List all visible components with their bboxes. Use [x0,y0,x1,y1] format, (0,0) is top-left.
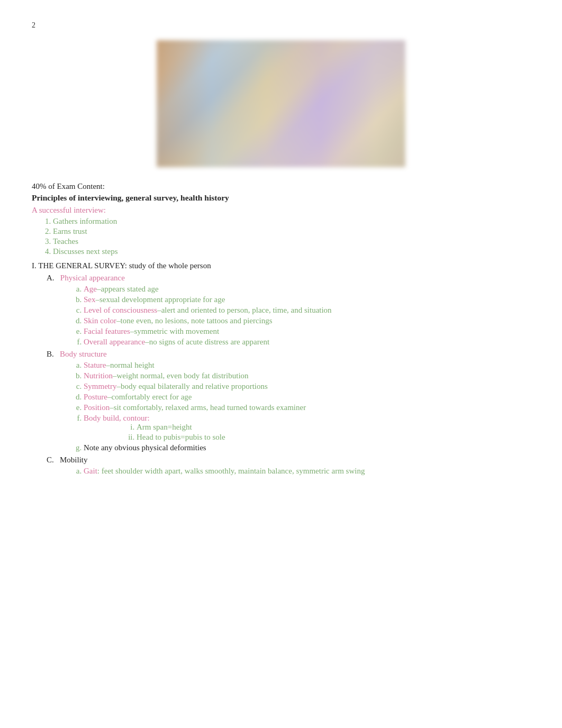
interview-list: Gathers information Earns trust Teaches … [53,217,530,256]
section-b-item-3: Symmetry–body equal bilaterally and rela… [84,382,530,391]
interview-subtitle: A successful interview: [32,206,530,215]
section-b-item-6: Body build, contour: Arm span=height Hea… [84,414,530,442]
section-a: A. Physical appearance Age–appears state… [47,274,530,347]
interview-item-2: Earns trust [53,227,530,236]
page-number: 2 [32,21,530,30]
exam-percent: 40% of Exam Content: [32,182,530,191]
section-title: Principles of interviewing, general surv… [32,193,530,203]
interview-item-3: Teaches [53,237,530,246]
section-a-item-1: Age–appears stated age [84,285,530,294]
section-a-list: Age–appears stated age Sex–sexual develo… [84,285,530,347]
section-b-roman-1: Arm span=height [137,423,530,432]
section-b-item-4: Posture–comfortably erect for age [84,393,530,402]
section-b-title: Body structure [60,350,107,358]
section-b-item-1: Stature–normal height [84,361,530,370]
section-a-item-4: Skin color–tone even, no lesions, note t… [84,316,530,325]
section-a-item-2: Sex–sexual development appropriate for a… [84,295,530,304]
section-b-item-5: Position–sit comfortably, relaxed arms, … [84,403,530,412]
reference-image-container [32,40,530,167]
section-a-item-5: Facial features–symmetric with movement [84,327,530,336]
section-a-letter: A. [47,274,55,282]
section-b-item-g: Note any obvious physical deformities [84,443,530,452]
interview-item-4: Discusses next steps [53,247,530,256]
section-a-item-6: Overall appearance–no signs of acute dis… [84,338,530,347]
section-a-item-3: Level of consciousness–alert and oriente… [84,306,530,315]
section-c-list: Gait: feet shoulder width apart, walks s… [84,467,530,476]
interview-item-1: Gathers information [53,217,530,226]
section-b-item-2: Nutrition–weight normal, even body fat d… [84,371,530,380]
section-b-label: B. Body structure [47,350,530,359]
section-b-roman-list: Arm span=height Head to pubis=pubis to s… [137,423,530,442]
section-b-roman-2: Head to pubis=pubis to sole [137,433,530,442]
reference-image [157,40,405,167]
section-c: C. Mobility Gait: feet shoulder width ap… [47,456,530,476]
section-c-item-1: Gait: feet shoulder width apart, walks s… [84,467,530,476]
section-c-letter: C. [47,456,54,464]
section-b: B. Body structure Stature–normal height … [47,350,530,452]
section-b-letter: B. [47,350,54,358]
section-a-label: A. Physical appearance [47,274,530,283]
section-a-title: Physical appearance [60,274,125,282]
section-c-title: Mobility [60,456,88,464]
section-c-label-line: C. Mobility [47,456,530,465]
section-b-list: Stature–normal height Nutrition–weight n… [84,361,530,452]
general-survey-heading: I. THE GENERAL SURVEY: study of the whol… [32,261,530,270]
